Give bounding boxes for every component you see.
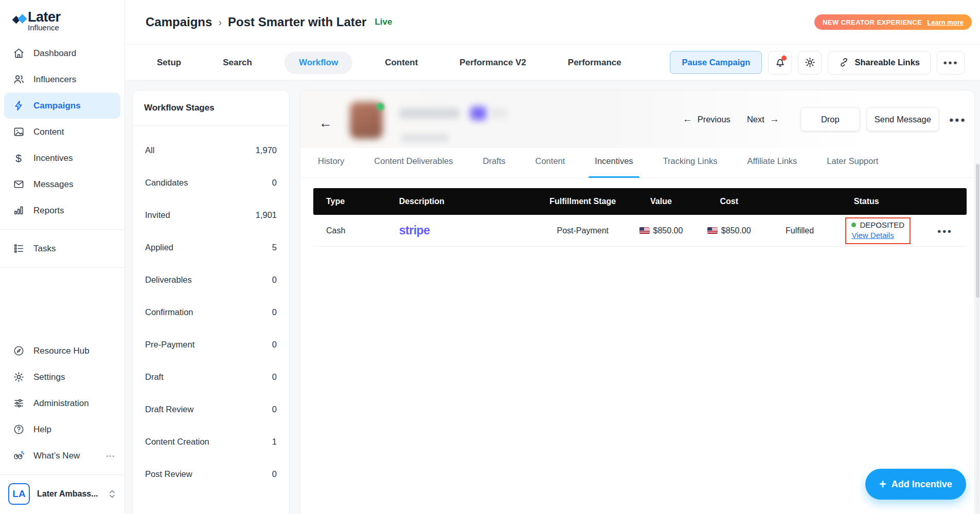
sidebar-item-label: What’s New [33,451,80,461]
tab-history[interactable]: History [318,148,344,178]
tab-later-support[interactable]: Later Support [827,148,878,178]
workflow-stages-panel: Workflow Stages All 1,970 Candidates 0 I… [132,90,290,514]
stage-label: Candidates [145,178,188,188]
campaign-more-button[interactable]: ●●● [937,51,965,75]
sidebar: Later Influence Dashboard Influencers [0,0,125,514]
workflow-stages-list: All 1,970 Candidates 0 Invited 1,901 App… [133,126,289,490]
drop-button[interactable]: Drop [801,107,860,131]
campaign-settings-button[interactable] [798,51,822,75]
blurred-platform-badge [470,106,487,120]
promo-learn-more-link[interactable]: Learn more [927,19,964,26]
header-description: Description [384,197,536,206]
profile-more-button[interactable]: ●●● [949,115,966,124]
add-incentive-button[interactable]: + Add Incentive [865,469,966,500]
tab-setup[interactable]: Setup [148,51,190,74]
status-badge: Live [375,17,392,27]
tab-search[interactable]: Search [213,51,261,74]
sidebar-item-influencers[interactable]: Influencers [0,66,124,93]
stage-row-deliverables[interactable]: Deliverables 0 [133,264,289,296]
blurred-badge-secondary [490,108,507,118]
sidebar-item-content[interactable]: Content [0,119,124,145]
whats-new-more-icon[interactable]: ••• [106,453,118,459]
scrollbar-thumb[interactable] [976,164,979,298]
content-area: Workflow Stages All 1,970 Candidates 0 I… [125,81,980,514]
stage-row-all[interactable]: All 1,970 [133,134,289,167]
stage-row-candidates[interactable]: Candidates 0 [133,167,289,199]
sliders-icon [12,397,25,410]
cell-cost: $850.00 [692,226,767,235]
tab-content-deliverables[interactable]: Content Deliverables [374,148,453,178]
row-more-button[interactable]: ●●● [937,227,953,235]
sidebar-item-messages[interactable]: Messages [0,171,124,197]
breadcrumb-campaigns[interactable]: Campaigns [146,15,212,29]
tab-drafts[interactable]: Drafts [483,148,506,178]
tab-performance-v2[interactable]: Performance V2 [450,51,535,74]
influencer-profile-header: ← ← Previous Next → Drop [300,90,974,148]
view-details-link[interactable]: View Details [851,231,894,240]
sidebar-item-help[interactable]: Help [0,416,124,443]
stage-row-pre-payment[interactable]: Pre-Payment 0 [133,328,289,361]
sidebar-item-label: Reports [33,206,64,216]
stage-label: Draft Review [145,405,193,414]
sidebar-divider [0,267,124,268]
sidebar-item-resource-hub[interactable]: Resource Hub [0,338,124,364]
tasks-icon [12,243,25,255]
stripe-logo: stripe [399,224,430,237]
deposited-label: DEPOSITED [860,221,904,229]
brand-logo[interactable]: Later Influence [0,0,124,40]
stage-row-post-review[interactable]: Post Review 0 [133,458,289,490]
pause-campaign-button[interactable]: Pause Campaign [670,51,762,74]
stage-row-draft[interactable]: Draft 0 [133,361,289,393]
stage-row-content-creation[interactable]: Content Creation 1 [133,426,289,458]
header-fulfillment-stage: Fulfillment Stage [535,197,630,206]
value-amount: $850.00 [653,226,683,235]
next-button[interactable]: Next → [747,114,779,125]
sidebar-item-incentives[interactable]: $ Incentives [0,145,124,171]
table-row: Cash stripe Post-Payment $850.00 $850.00… [313,215,967,247]
tab-workflow[interactable]: Workflow [284,51,352,74]
previous-button[interactable]: ← Previous [683,114,730,125]
stage-row-applied[interactable]: Applied 5 [133,231,289,264]
shareable-links-label: Shareable Links [854,58,920,67]
send-message-button[interactable]: Send Message [867,107,939,131]
back-arrow-icon[interactable]: ← [319,116,332,130]
sidebar-item-whats-new[interactable]: What’s New ••• [0,443,124,469]
sidebar-item-label: Influencers [33,75,76,85]
tab-incentives[interactable]: Incentives [595,148,633,178]
sidebar-item-campaigns[interactable]: Campaigns [4,93,120,119]
stage-label: Post Review [145,469,192,479]
stage-count: 0 [272,178,277,188]
link-icon [839,57,849,68]
tab-affiliate-links[interactable]: Affiliate Links [747,148,797,178]
account-switcher[interactable]: LA Later Ambass... [0,476,124,514]
avatar: LA [8,483,30,505]
sidebar-divider [0,229,124,230]
sidebar-item-administration[interactable]: Administration [0,390,124,416]
dollar-icon: $ [12,152,25,164]
previous-label: Previous [698,115,730,124]
tab-performance[interactable]: Performance [559,51,631,74]
vertical-scrollbar[interactable] [976,163,979,514]
promo-banner: NEW CREATOR EXPERIENCE Learn more [814,14,972,30]
stage-count: 0 [272,372,277,382]
stage-row-confirmation[interactable]: Confirmation 0 [133,296,289,328]
page-header: Campaigns › Post Smarter with Later Live… [125,0,980,45]
sidebar-item-dashboard[interactable]: Dashboard [0,40,124,66]
sidebar-item-label: Campaigns [33,101,81,111]
header-type: Type [313,197,384,206]
sidebar-item-tasks[interactable]: Tasks [0,235,124,262]
stage-row-invited[interactable]: Invited 1,901 [133,199,289,231]
sidebar-nav: Dashboard Influencers Campaigns Content [0,40,124,224]
tab-content[interactable]: Content [376,51,427,74]
sidebar-item-settings[interactable]: Settings [0,364,124,390]
notifications-button[interactable] [768,51,792,75]
sidebar-item-reports[interactable]: Reports [0,197,124,224]
tab-tracking-links[interactable]: Tracking Links [663,148,718,178]
cell-type: Cash [313,226,384,235]
cell-fulfillment-stage: Post-Payment [535,226,630,235]
shareable-links-button[interactable]: Shareable Links [828,51,931,75]
breadcrumb-separator: › [218,16,222,28]
stage-label: Deliverables [145,275,192,285]
tab-detail-content[interactable]: Content [536,148,565,178]
stage-row-draft-review[interactable]: Draft Review 0 [133,393,289,426]
